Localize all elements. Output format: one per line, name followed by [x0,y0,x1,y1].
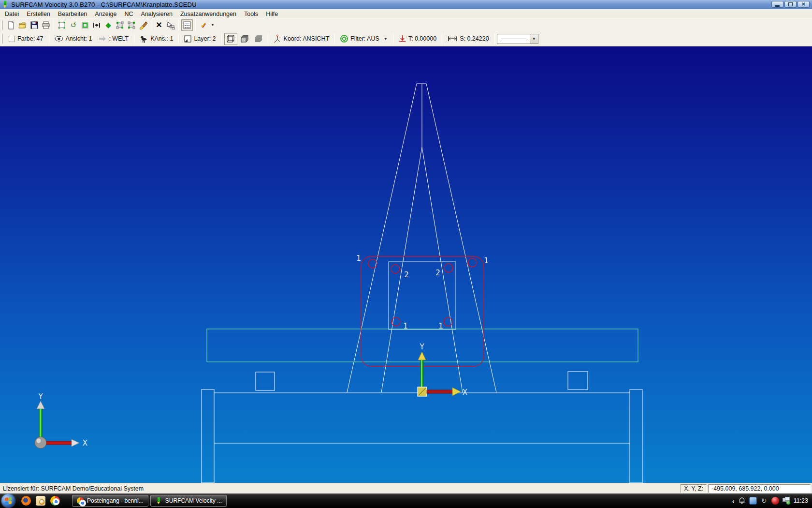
zoom-extents-icon [58,21,66,30]
menu-item-analysieren[interactable]: Analysieren [137,10,176,18]
zoom-window-button[interactable] [80,20,90,30]
menu-item-hilfe[interactable]: Hilfe [262,10,282,18]
rotate-view-icon: ↺ [71,21,77,29]
scale-field[interactable]: S: 0.24220 [444,33,492,45]
toolbar-separator [195,20,196,30]
title-bar: SURFCAM Velocity 3.0 B270 - C:\SURFCAM\K… [0,0,812,9]
cview-field[interactable]: : WELT [95,33,132,45]
scale-label: S: 0.24220 [460,35,489,42]
view-axis-triad: Y X [35,392,87,448]
arrow-right-icon [99,36,106,42]
chrome-icon [77,497,84,505]
svg-text:z: z [279,36,281,39]
hole-label: 1 [356,254,361,263]
toolbar-separator [334,33,335,44]
line-style-sample [497,34,530,44]
filter-label: Filter: AUS [350,35,379,42]
task-button-posteingang[interactable]: Posteingang - benni... [72,495,148,507]
hole-circles [368,258,477,326]
zoom-extents-button[interactable] [57,20,67,30]
menu-item-erstellen[interactable]: Erstellen [23,10,54,18]
snap-grid-icon [116,21,124,30]
open-file-button[interactable] [17,20,28,30]
view-x-label: X [83,439,87,448]
delete-x-icon: ✕ [156,21,162,29]
menu-item-datei[interactable]: Datei [1,10,23,18]
maximize-button[interactable] [784,1,797,8]
mail-quicklaunch-icon[interactable] [36,496,45,506]
toolbar-separator [494,33,495,44]
tray-sync-icon[interactable]: ↻ [760,497,768,505]
toolbar-grip[interactable] [1,20,3,30]
color-swatch-icon [9,36,15,42]
line-style-dropdown-button[interactable]: ▼ [530,34,538,44]
menu-item-nc[interactable]: NC [120,10,137,18]
color-field[interactable]: Farbe: 47 [5,33,47,45]
hole-label: 1 [403,322,408,330]
save-button[interactable] [29,20,40,30]
taskbar-clock[interactable]: 11:23 [794,497,808,504]
menu-item-bearbeiten[interactable]: Bearbeiten [54,10,91,18]
task-button-surfcam[interactable]: SURFCAM Velocity ... [150,495,227,507]
close-button[interactable]: ✕ [798,1,810,8]
print-button[interactable] [41,20,51,30]
transform-button[interactable] [165,20,176,30]
notification-bell-icon[interactable] [738,497,746,505]
surfcam-icon [155,497,162,505]
menu-item-anzeige[interactable]: Anzeige [91,10,120,18]
start-button[interactable] [1,494,15,508]
minimize-button[interactable] [771,1,783,8]
settings-toolbar: Farbe: 47 Ansicht: 1 : WELT KAns.: 1 Lay… [0,31,812,46]
chevron-down-icon: ▼ [384,37,388,41]
redraw-button[interactable] [138,20,148,30]
window-controls: ✕ [771,1,810,8]
toolbar-separator [442,33,442,44]
view-field[interactable]: Ansicht: 1 [51,33,96,45]
drawing-viewport[interactable]: 1 2 2 1 1 1 Y X [0,46,812,483]
shaded-cube-icon [240,34,249,44]
zoom-previous-button[interactable] [91,20,102,30]
hole-label: 2 [404,270,409,279]
window-title: SURFCAM Velocity 3.0 B270 - C:\SURFCAM\K… [11,1,197,8]
toolbar-separator [393,33,393,44]
new-file-button[interactable] [6,20,16,30]
tray-expand-chevron-icon[interactable]: ‹ [732,497,735,505]
chrome-quicklaunch-icon[interactable] [50,496,60,506]
verify-button[interactable]: ✓ [198,20,209,30]
depth-icon [399,35,406,43]
rotate-view-button[interactable]: ↺ [68,20,79,30]
tray-antivirus-icon[interactable] [771,497,779,505]
koord-field[interactable]: xz Koord: ANSICHT [270,33,333,45]
xyz-label: X, Y, Z: [681,484,707,493]
eye-icon [55,36,63,42]
koord-label: Koord: ANSICHT [284,35,329,42]
view-center-button[interactable]: ◆ [103,20,114,30]
verify-dropdown-button[interactable]: ▼ [210,20,216,30]
calculator-button[interactable] [181,19,193,31]
toolbar-grip[interactable] [1,34,3,44]
delete-button[interactable]: ✕ [154,20,164,30]
zoom-window-icon [81,21,89,30]
kans-field[interactable]: KAns.: 1 [136,33,176,45]
network-icon[interactable] [783,497,790,505]
depth-field[interactable]: T: 0.00000 [395,33,440,45]
menu-item-tools[interactable]: Tools [240,10,262,18]
tray-app-icon[interactable] [749,497,757,505]
firefox-quicklaunch-icon[interactable] [21,496,31,506]
toolbar-separator [178,33,179,44]
snap-grid-button[interactable] [115,20,125,30]
menu-item-zusatzanwendungen[interactable]: Zusatzanwendungen [176,10,240,18]
wireframe-cube-icon [226,34,235,44]
line-style-select[interactable]: ▼ [497,34,538,44]
origin-triad: Y X [418,343,467,397]
wireframe-view-button[interactable] [224,33,237,45]
surfcam-logo-icon [2,1,8,8]
filter-field[interactable]: Filter: AUS ▼ [337,33,391,45]
hole-label: 1 [484,256,489,265]
hidden-view-button[interactable] [252,33,265,45]
hole-label: 2 [435,269,440,277]
shaded-view-button[interactable] [238,33,251,45]
taskbar: Posteingang - benni... SURFCAM Velocity … [0,493,812,508]
layer-field[interactable]: Layer: 2 [181,33,219,45]
snap-point-button[interactable] [126,20,137,30]
